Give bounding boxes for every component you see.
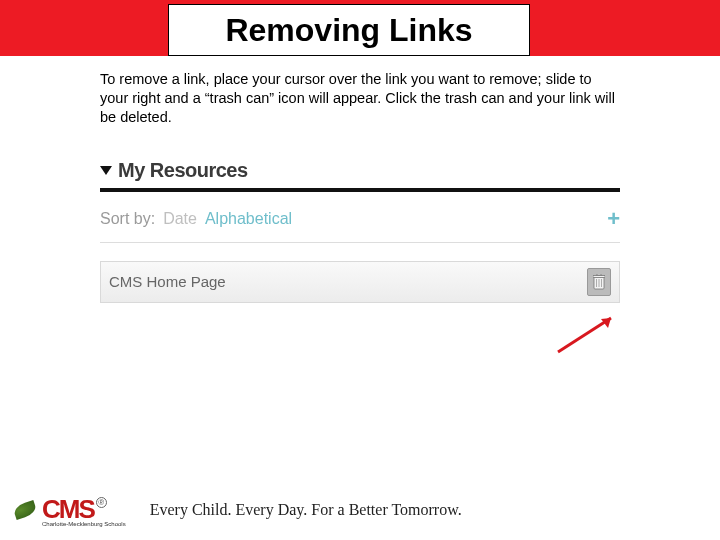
my-resources-widget: My Resources Sort by: Date Alphabetical … [100,159,620,303]
callout-arrow [553,314,623,358]
cms-logo: CMS ® Charlotte-Mecklenburg Schools [14,494,126,527]
sort-by-alpha[interactable]: Alphabetical [205,210,292,228]
instruction-text: To remove a link, place your cursor over… [100,70,620,127]
resource-link-row[interactable]: CMS Home Page [100,261,620,303]
logo-text: CMS [42,494,94,525]
slide-header: Removing Links [0,0,720,56]
section-header[interactable]: My Resources [100,159,620,192]
svg-line-6 [558,318,611,352]
slogan-text: Every Child. Every Day. For a Better Tom… [150,501,462,519]
svg-rect-2 [597,274,601,276]
sort-label: Sort by: [100,210,155,228]
sort-row: Sort by: Date Alphabetical + [100,206,620,243]
add-resource-icon[interactable]: + [607,206,620,232]
registered-mark: ® [96,497,107,508]
title-box: Removing Links [168,4,530,56]
sort-by-date[interactable]: Date [163,210,197,228]
slide-footer: CMS ® Charlotte-Mecklenburg Schools Ever… [0,480,720,540]
slide-title: Removing Links [225,12,472,49]
collapse-triangle-icon[interactable] [100,166,112,175]
sort-options: Sort by: Date Alphabetical [100,210,292,228]
section-title: My Resources [118,159,248,182]
resource-link-label[interactable]: CMS Home Page [109,273,226,290]
trash-can-button[interactable] [587,268,611,296]
trash-can-icon [593,274,605,290]
leaf-icon [12,500,37,520]
logo-subtext: Charlotte-Mecklenburg Schools [42,521,126,527]
